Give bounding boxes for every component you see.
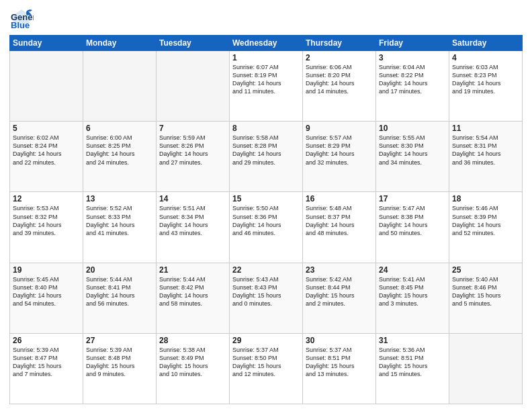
day-number: 22 [232,265,300,275]
calendar-cell [157,51,230,122]
day-number: 24 [379,265,446,275]
page: General Blue SundayMondayTuesdayWednesda… [0,0,532,411]
calendar-cell: 25Sunrise: 5:40 AM Sunset: 8:46 PM Dayli… [449,263,523,333]
logo: General Blue [9,7,36,31]
day-number: 29 [232,336,300,345]
calendar-body: 1Sunrise: 6:07 AM Sunset: 8:19 PM Daylig… [10,51,523,404]
weekday-header-saturday: Saturday [449,36,523,51]
day-number: 8 [232,124,300,133]
calendar-cell: 17Sunrise: 5:47 AM Sunset: 8:38 PM Dayli… [376,192,449,263]
weekday-header-monday: Monday [83,36,157,51]
week-row-3: 19Sunrise: 5:45 AM Sunset: 8:40 PM Dayli… [10,263,523,333]
calendar-cell: 3Sunrise: 6:04 AM Sunset: 8:22 PM Daylig… [376,51,449,122]
day-number: 21 [159,265,226,275]
day-info: Sunrise: 5:45 AM Sunset: 8:40 PM Dayligh… [13,275,80,308]
calendar-cell: 9Sunrise: 5:57 AM Sunset: 8:29 PM Daylig… [303,122,376,192]
day-info: Sunrise: 6:04 AM Sunset: 8:22 PM Dayligh… [379,63,446,96]
day-number: 16 [306,194,373,203]
weekday-header-sunday: Sunday [10,36,83,51]
day-number: 6 [86,124,153,133]
day-number: 31 [379,336,446,345]
calendar-cell: 8Sunrise: 5:58 AM Sunset: 8:28 PM Daylig… [230,122,303,192]
day-info: Sunrise: 5:58 AM Sunset: 8:28 PM Dayligh… [232,134,300,167]
calendar-cell: 29Sunrise: 5:37 AM Sunset: 8:50 PM Dayli… [230,333,303,404]
calendar-cell [83,51,157,122]
week-row-0: 1Sunrise: 6:07 AM Sunset: 8:19 PM Daylig… [10,51,523,122]
calendar-cell: 13Sunrise: 5:52 AM Sunset: 8:33 PM Dayli… [83,192,157,263]
calendar-cell: 21Sunrise: 5:44 AM Sunset: 8:42 PM Dayli… [157,263,230,333]
week-row-1: 5Sunrise: 6:02 AM Sunset: 8:24 PM Daylig… [10,122,523,192]
week-row-4: 26Sunrise: 5:39 AM Sunset: 8:47 PM Dayli… [10,333,523,404]
day-info: Sunrise: 5:37 AM Sunset: 8:51 PM Dayligh… [306,346,373,379]
day-number: 19 [13,265,80,275]
weekday-header-wednesday: Wednesday [230,36,303,51]
day-number: 18 [452,194,519,203]
calendar-cell: 1Sunrise: 6:07 AM Sunset: 8:19 PM Daylig… [230,51,303,122]
day-info: Sunrise: 5:40 AM Sunset: 8:46 PM Dayligh… [452,275,519,308]
day-info: Sunrise: 5:51 AM Sunset: 8:34 PM Dayligh… [159,204,226,237]
calendar-cell [10,51,83,122]
calendar-cell: 18Sunrise: 5:46 AM Sunset: 8:39 PM Dayli… [449,192,523,263]
calendar-cell: 24Sunrise: 5:41 AM Sunset: 8:45 PM Dayli… [376,263,449,333]
calendar-cell: 7Sunrise: 5:59 AM Sunset: 8:26 PM Daylig… [157,122,230,192]
calendar-cell: 31Sunrise: 5:36 AM Sunset: 8:51 PM Dayli… [376,333,449,404]
header: General Blue [9,7,523,31]
day-number: 15 [232,194,300,203]
svg-text:Blue: Blue [11,20,30,30]
day-info: Sunrise: 6:06 AM Sunset: 8:20 PM Dayligh… [306,63,373,96]
day-number: 23 [306,265,373,275]
day-number: 30 [306,336,373,345]
calendar-cell: 6Sunrise: 6:00 AM Sunset: 8:25 PM Daylig… [83,122,157,192]
day-info: Sunrise: 5:44 AM Sunset: 8:42 PM Dayligh… [159,275,226,308]
calendar: SundayMondayTuesdayWednesdayThursdayFrid… [9,35,523,404]
day-number: 20 [86,265,153,275]
day-info: Sunrise: 5:57 AM Sunset: 8:29 PM Dayligh… [306,134,373,167]
day-info: Sunrise: 5:41 AM Sunset: 8:45 PM Dayligh… [379,275,446,308]
day-info: Sunrise: 5:37 AM Sunset: 8:50 PM Dayligh… [232,346,300,379]
weekday-header-row: SundayMondayTuesdayWednesdayThursdayFrid… [10,36,523,51]
calendar-cell: 2Sunrise: 6:06 AM Sunset: 8:20 PM Daylig… [303,51,376,122]
calendar-cell: 19Sunrise: 5:45 AM Sunset: 8:40 PM Dayli… [10,263,83,333]
day-info: Sunrise: 5:46 AM Sunset: 8:39 PM Dayligh… [452,204,519,237]
logo-icon: General Blue [9,7,34,31]
day-number: 26 [13,336,80,345]
day-info: Sunrise: 5:43 AM Sunset: 8:43 PM Dayligh… [232,275,300,308]
day-info: Sunrise: 5:38 AM Sunset: 8:49 PM Dayligh… [159,346,226,379]
day-number: 1 [232,53,300,62]
calendar-cell: 4Sunrise: 6:03 AM Sunset: 8:23 PM Daylig… [449,51,523,122]
day-number: 7 [159,124,226,133]
day-info: Sunrise: 5:50 AM Sunset: 8:36 PM Dayligh… [232,204,300,237]
calendar-cell: 15Sunrise: 5:50 AM Sunset: 8:36 PM Dayli… [230,192,303,263]
day-number: 17 [379,194,446,203]
day-number: 14 [159,194,226,203]
day-number: 11 [452,124,519,133]
day-info: Sunrise: 6:07 AM Sunset: 8:19 PM Dayligh… [232,63,300,96]
calendar-cell: 16Sunrise: 5:48 AM Sunset: 8:37 PM Dayli… [303,192,376,263]
day-number: 10 [379,124,446,133]
day-info: Sunrise: 6:02 AM Sunset: 8:24 PM Dayligh… [13,134,80,167]
day-info: Sunrise: 5:47 AM Sunset: 8:38 PM Dayligh… [379,204,446,237]
day-info: Sunrise: 6:03 AM Sunset: 8:23 PM Dayligh… [452,63,519,96]
day-info: Sunrise: 5:36 AM Sunset: 8:51 PM Dayligh… [379,346,446,379]
weekday-header-friday: Friday [376,36,449,51]
calendar-cell: 22Sunrise: 5:43 AM Sunset: 8:43 PM Dayli… [230,263,303,333]
week-row-2: 12Sunrise: 5:53 AM Sunset: 8:32 PM Dayli… [10,192,523,263]
weekday-header-tuesday: Tuesday [157,36,230,51]
day-number: 5 [13,124,80,133]
calendar-cell: 12Sunrise: 5:53 AM Sunset: 8:32 PM Dayli… [10,192,83,263]
day-number: 9 [306,124,373,133]
day-info: Sunrise: 5:54 AM Sunset: 8:31 PM Dayligh… [452,134,519,167]
day-number: 13 [86,194,153,203]
day-info: Sunrise: 5:55 AM Sunset: 8:30 PM Dayligh… [379,134,446,167]
calendar-cell: 14Sunrise: 5:51 AM Sunset: 8:34 PM Dayli… [157,192,230,263]
calendar-cell: 10Sunrise: 5:55 AM Sunset: 8:30 PM Dayli… [376,122,449,192]
calendar-cell: 23Sunrise: 5:42 AM Sunset: 8:44 PM Dayli… [303,263,376,333]
calendar-cell [449,333,523,404]
calendar-cell: 27Sunrise: 5:39 AM Sunset: 8:48 PM Dayli… [83,333,157,404]
day-info: Sunrise: 6:00 AM Sunset: 8:25 PM Dayligh… [86,134,153,167]
day-info: Sunrise: 5:52 AM Sunset: 8:33 PM Dayligh… [86,204,153,237]
day-info: Sunrise: 5:59 AM Sunset: 8:26 PM Dayligh… [159,134,226,167]
day-number: 4 [452,53,519,62]
day-info: Sunrise: 5:44 AM Sunset: 8:41 PM Dayligh… [86,275,153,308]
day-number: 3 [379,53,446,62]
